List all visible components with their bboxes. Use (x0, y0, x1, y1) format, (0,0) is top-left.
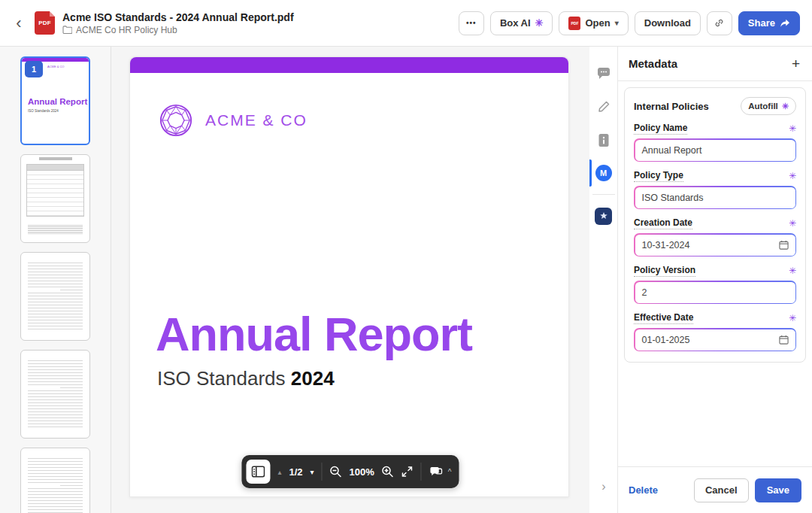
open-button[interactable]: PDF Open ▾ (559, 11, 628, 35)
page-thumbnail-3[interactable] (20, 252, 90, 341)
cancel-button[interactable]: Cancel (694, 478, 749, 502)
calendar-icon[interactable] (779, 240, 789, 250)
breadcrumb-label: ACME Co HR Policy Hub (76, 25, 177, 35)
field-value: 2 (642, 287, 647, 298)
sidebar-toggle-icon (251, 466, 265, 478)
gem-logo-icon (159, 103, 193, 138)
document-accent-bar (130, 57, 568, 73)
page-thumbnail-5[interactable] (20, 448, 90, 513)
creation-date-input[interactable]: 10-31-2024 (635, 235, 795, 256)
zoom-in-button[interactable] (382, 466, 394, 478)
chevron-down-icon: ▾ (615, 20, 619, 27)
page-thumbnail-2[interactable] (20, 154, 90, 243)
download-button[interactable]: Download (635, 11, 701, 35)
content-row: 1 ACME & CO Annual Report ISO Standards … (0, 47, 812, 513)
annotate-button[interactable] (429, 466, 444, 478)
field-label: Policy Name (634, 123, 687, 135)
header: ‹ PDF Acme ISO Standards - 2024 Annual R… (0, 0, 812, 47)
app-integration-tab[interactable] (589, 199, 618, 232)
autofill-label: Autofill (748, 102, 778, 111)
comments-tab[interactable] (589, 57, 618, 90)
annotate-caret-icon[interactable]: ^ (448, 468, 452, 476)
field-creation-date: Creation Date ✳ 10-31-2024 (634, 217, 796, 256)
zoom-out-icon (330, 466, 342, 478)
zoom-out-button[interactable] (330, 466, 342, 478)
share-label: Share (748, 17, 775, 29)
document-subtitle: ISO Standards 2024 (157, 367, 335, 390)
field-value: ISO Standards (642, 193, 704, 203)
autofill-button[interactable]: Autofill ✳ (741, 97, 796, 115)
metadata-panel: Metadata + Internal Policies Autofill ✳ … (618, 47, 812, 513)
details-tab[interactable] (589, 123, 618, 156)
field-label: Effective Date (634, 312, 693, 324)
ellipsis-icon: ••• (466, 19, 477, 27)
annotate-icon (429, 466, 444, 478)
page-number-badge: 1 (25, 61, 43, 77)
file-info-icon (598, 133, 610, 147)
template-header-row: Internal Policies Autofill ✳ (634, 97, 796, 115)
annotations-tab[interactable] (589, 90, 618, 123)
document-page: ACME & CO Annual Report ISO Standards 20… (129, 56, 569, 497)
metadata-icon: M (595, 165, 612, 181)
download-label: Download (644, 17, 691, 29)
template-title: Internal Policies (634, 101, 709, 112)
pencil-icon (597, 100, 611, 114)
thumb-sketch-text (28, 358, 83, 427)
folder-icon (62, 26, 72, 34)
preview-toolbar: ▴ 1/2 ▾ 100% ^ (241, 455, 459, 488)
save-button[interactable]: Save (755, 478, 801, 502)
add-metadata-button[interactable]: + (792, 56, 800, 71)
page-thumbnail-1[interactable]: 1 ACME & CO Annual Report ISO Standards … (20, 56, 90, 145)
policy-type-input[interactable]: ISO Standards (635, 187, 795, 208)
field-value: Annual Report (642, 145, 702, 156)
fullscreen-button[interactable] (401, 466, 414, 478)
panel-title: Metadata (629, 57, 677, 70)
more-options-button[interactable]: ••• (459, 11, 484, 35)
thumb-sketch-text (28, 456, 83, 513)
thumb-logo-text: ACME & CO (47, 65, 64, 68)
toolbar-divider (421, 463, 422, 481)
pdf-file-label: PDF (38, 20, 51, 26)
open-label: Open (585, 17, 610, 29)
share-button[interactable]: Share (738, 11, 800, 35)
page-thumbnail-4[interactable] (20, 350, 90, 439)
field-policy-version: Policy Version ✳ 2 (634, 265, 796, 304)
document-logo-row: ACME & CO (159, 103, 568, 138)
expand-icon (401, 466, 414, 478)
field-policy-type: Policy Type ✳ ISO Standards (634, 170, 796, 209)
policy-name-input[interactable]: Annual Report (635, 140, 795, 161)
link-icon (714, 17, 725, 29)
ai-sparkle-icon: ✳ (789, 172, 796, 181)
metadata-tab[interactable]: M (589, 156, 618, 190)
metadata-panel-header: Metadata + (618, 47, 812, 81)
delete-button[interactable]: Delete (629, 484, 658, 496)
ai-sparkle-icon: ✳ (782, 102, 789, 111)
page-indicator: 1/2 (289, 466, 302, 478)
previous-page-button[interactable]: ▴ (277, 468, 281, 476)
file-title-block: Acme ISO Standards - 2024 Annual Report.… (62, 11, 294, 35)
thumbnail-panel-toggle[interactable] (246, 460, 270, 484)
field-label: Policy Type (634, 170, 683, 182)
sidebar-icon-rail: M › (589, 47, 618, 513)
thumb-sketch-table (26, 164, 84, 217)
effective-date-input[interactable]: 01-01-2025 (635, 329, 795, 351)
zoom-level: 100% (350, 466, 374, 478)
breadcrumb[interactable]: ACME Co HR Policy Hub (62, 25, 294, 35)
policy-version-input[interactable]: 2 (635, 282, 795, 303)
next-page-button[interactable]: ▾ (311, 468, 314, 476)
box-ai-label: Box AI (500, 17, 531, 29)
pdf-file-icon: PDF (35, 11, 55, 35)
calendar-icon[interactable] (779, 335, 789, 345)
copy-link-button[interactable] (707, 11, 732, 35)
field-effective-date: Effective Date ✳ 01-01-2025 (634, 312, 796, 351)
file-title: Acme ISO Standards - 2024 Annual Report.… (62, 11, 294, 23)
rail-divider (592, 194, 615, 195)
box-ai-button[interactable]: Box AI ✳ (490, 11, 553, 35)
app-icon (595, 208, 612, 225)
collapse-panel-button[interactable]: › (589, 480, 618, 493)
back-icon[interactable]: ‹ (11, 15, 27, 32)
field-label: Policy Version (634, 265, 695, 277)
share-arrow-icon (780, 19, 790, 28)
toolbar-divider (322, 463, 323, 481)
thumbnail-sidebar: 1 ACME & CO Annual Report ISO Standards … (0, 47, 111, 513)
